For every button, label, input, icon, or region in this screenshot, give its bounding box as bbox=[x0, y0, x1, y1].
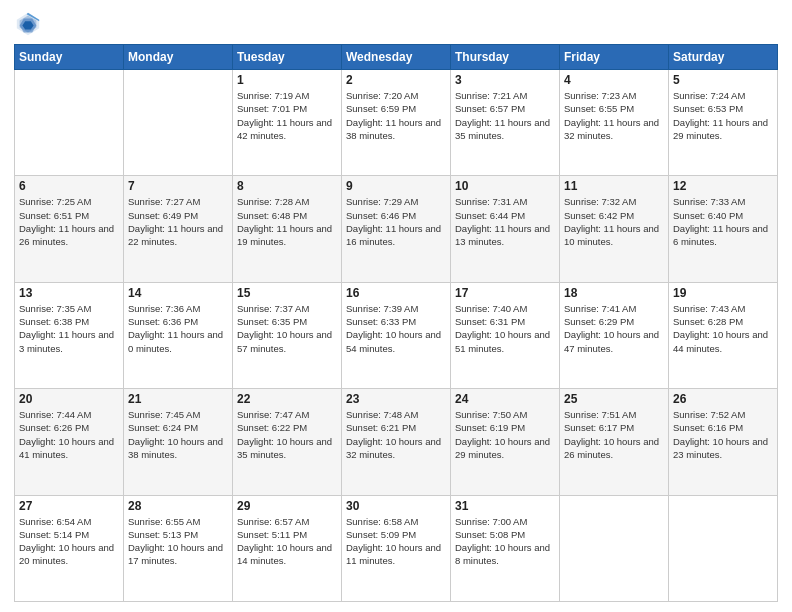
day-cell: 9Sunrise: 7:29 AM Sunset: 6:46 PM Daylig… bbox=[342, 176, 451, 282]
day-info: Sunrise: 7:43 AM Sunset: 6:28 PM Dayligh… bbox=[673, 302, 773, 355]
day-cell: 18Sunrise: 7:41 AM Sunset: 6:29 PM Dayli… bbox=[560, 282, 669, 388]
col-header-saturday: Saturday bbox=[669, 45, 778, 70]
day-number: 24 bbox=[455, 392, 555, 406]
day-info: Sunrise: 7:48 AM Sunset: 6:21 PM Dayligh… bbox=[346, 408, 446, 461]
day-cell: 12Sunrise: 7:33 AM Sunset: 6:40 PM Dayli… bbox=[669, 176, 778, 282]
day-info: Sunrise: 7:45 AM Sunset: 6:24 PM Dayligh… bbox=[128, 408, 228, 461]
day-number: 6 bbox=[19, 179, 119, 193]
day-number: 28 bbox=[128, 499, 228, 513]
day-info: Sunrise: 7:21 AM Sunset: 6:57 PM Dayligh… bbox=[455, 89, 555, 142]
col-header-tuesday: Tuesday bbox=[233, 45, 342, 70]
day-cell bbox=[560, 495, 669, 601]
day-cell: 1Sunrise: 7:19 AM Sunset: 7:01 PM Daylig… bbox=[233, 70, 342, 176]
day-cell: 16Sunrise: 7:39 AM Sunset: 6:33 PM Dayli… bbox=[342, 282, 451, 388]
week-row-4: 20Sunrise: 7:44 AM Sunset: 6:26 PM Dayli… bbox=[15, 389, 778, 495]
day-info: Sunrise: 7:35 AM Sunset: 6:38 PM Dayligh… bbox=[19, 302, 119, 355]
day-number: 29 bbox=[237, 499, 337, 513]
col-header-thursday: Thursday bbox=[451, 45, 560, 70]
day-cell: 4Sunrise: 7:23 AM Sunset: 6:55 PM Daylig… bbox=[560, 70, 669, 176]
day-cell bbox=[124, 70, 233, 176]
day-cell: 14Sunrise: 7:36 AM Sunset: 6:36 PM Dayli… bbox=[124, 282, 233, 388]
calendar-table: SundayMondayTuesdayWednesdayThursdayFrid… bbox=[14, 44, 778, 602]
day-info: Sunrise: 6:58 AM Sunset: 5:09 PM Dayligh… bbox=[346, 515, 446, 568]
day-info: Sunrise: 7:32 AM Sunset: 6:42 PM Dayligh… bbox=[564, 195, 664, 248]
day-number: 7 bbox=[128, 179, 228, 193]
day-cell: 21Sunrise: 7:45 AM Sunset: 6:24 PM Dayli… bbox=[124, 389, 233, 495]
logo-icon bbox=[14, 10, 42, 38]
week-row-3: 13Sunrise: 7:35 AM Sunset: 6:38 PM Dayli… bbox=[15, 282, 778, 388]
day-cell bbox=[669, 495, 778, 601]
header bbox=[14, 10, 778, 38]
col-header-wednesday: Wednesday bbox=[342, 45, 451, 70]
day-info: Sunrise: 6:54 AM Sunset: 5:14 PM Dayligh… bbox=[19, 515, 119, 568]
day-cell: 11Sunrise: 7:32 AM Sunset: 6:42 PM Dayli… bbox=[560, 176, 669, 282]
week-row-5: 27Sunrise: 6:54 AM Sunset: 5:14 PM Dayli… bbox=[15, 495, 778, 601]
week-row-2: 6Sunrise: 7:25 AM Sunset: 6:51 PM Daylig… bbox=[15, 176, 778, 282]
day-number: 5 bbox=[673, 73, 773, 87]
day-number: 9 bbox=[346, 179, 446, 193]
day-cell: 23Sunrise: 7:48 AM Sunset: 6:21 PM Dayli… bbox=[342, 389, 451, 495]
col-header-monday: Monday bbox=[124, 45, 233, 70]
day-info: Sunrise: 7:51 AM Sunset: 6:17 PM Dayligh… bbox=[564, 408, 664, 461]
day-cell: 2Sunrise: 7:20 AM Sunset: 6:59 PM Daylig… bbox=[342, 70, 451, 176]
day-number: 11 bbox=[564, 179, 664, 193]
day-info: Sunrise: 7:47 AM Sunset: 6:22 PM Dayligh… bbox=[237, 408, 337, 461]
day-number: 18 bbox=[564, 286, 664, 300]
day-number: 4 bbox=[564, 73, 664, 87]
day-number: 23 bbox=[346, 392, 446, 406]
day-number: 25 bbox=[564, 392, 664, 406]
day-info: Sunrise: 7:39 AM Sunset: 6:33 PM Dayligh… bbox=[346, 302, 446, 355]
day-number: 17 bbox=[455, 286, 555, 300]
day-info: Sunrise: 7:52 AM Sunset: 6:16 PM Dayligh… bbox=[673, 408, 773, 461]
day-cell: 25Sunrise: 7:51 AM Sunset: 6:17 PM Dayli… bbox=[560, 389, 669, 495]
day-cell: 3Sunrise: 7:21 AM Sunset: 6:57 PM Daylig… bbox=[451, 70, 560, 176]
day-cell: 28Sunrise: 6:55 AM Sunset: 5:13 PM Dayli… bbox=[124, 495, 233, 601]
day-cell: 30Sunrise: 6:58 AM Sunset: 5:09 PM Dayli… bbox=[342, 495, 451, 601]
day-info: Sunrise: 7:37 AM Sunset: 6:35 PM Dayligh… bbox=[237, 302, 337, 355]
day-cell: 10Sunrise: 7:31 AM Sunset: 6:44 PM Dayli… bbox=[451, 176, 560, 282]
week-row-1: 1Sunrise: 7:19 AM Sunset: 7:01 PM Daylig… bbox=[15, 70, 778, 176]
day-info: Sunrise: 7:40 AM Sunset: 6:31 PM Dayligh… bbox=[455, 302, 555, 355]
day-number: 2 bbox=[346, 73, 446, 87]
day-info: Sunrise: 7:27 AM Sunset: 6:49 PM Dayligh… bbox=[128, 195, 228, 248]
day-number: 3 bbox=[455, 73, 555, 87]
day-number: 10 bbox=[455, 179, 555, 193]
day-cell: 20Sunrise: 7:44 AM Sunset: 6:26 PM Dayli… bbox=[15, 389, 124, 495]
day-info: Sunrise: 7:20 AM Sunset: 6:59 PM Dayligh… bbox=[346, 89, 446, 142]
day-number: 20 bbox=[19, 392, 119, 406]
day-number: 1 bbox=[237, 73, 337, 87]
day-cell: 7Sunrise: 7:27 AM Sunset: 6:49 PM Daylig… bbox=[124, 176, 233, 282]
day-cell: 29Sunrise: 6:57 AM Sunset: 5:11 PM Dayli… bbox=[233, 495, 342, 601]
day-number: 19 bbox=[673, 286, 773, 300]
day-cell: 5Sunrise: 7:24 AM Sunset: 6:53 PM Daylig… bbox=[669, 70, 778, 176]
day-info: Sunrise: 7:36 AM Sunset: 6:36 PM Dayligh… bbox=[128, 302, 228, 355]
logo bbox=[14, 10, 46, 38]
day-cell: 27Sunrise: 6:54 AM Sunset: 5:14 PM Dayli… bbox=[15, 495, 124, 601]
day-info: Sunrise: 7:50 AM Sunset: 6:19 PM Dayligh… bbox=[455, 408, 555, 461]
day-cell: 22Sunrise: 7:47 AM Sunset: 6:22 PM Dayli… bbox=[233, 389, 342, 495]
day-info: Sunrise: 7:44 AM Sunset: 6:26 PM Dayligh… bbox=[19, 408, 119, 461]
day-cell: 26Sunrise: 7:52 AM Sunset: 6:16 PM Dayli… bbox=[669, 389, 778, 495]
day-number: 26 bbox=[673, 392, 773, 406]
day-cell: 24Sunrise: 7:50 AM Sunset: 6:19 PM Dayli… bbox=[451, 389, 560, 495]
day-number: 31 bbox=[455, 499, 555, 513]
day-number: 21 bbox=[128, 392, 228, 406]
day-info: Sunrise: 7:25 AM Sunset: 6:51 PM Dayligh… bbox=[19, 195, 119, 248]
day-cell: 13Sunrise: 7:35 AM Sunset: 6:38 PM Dayli… bbox=[15, 282, 124, 388]
day-number: 14 bbox=[128, 286, 228, 300]
day-info: Sunrise: 7:31 AM Sunset: 6:44 PM Dayligh… bbox=[455, 195, 555, 248]
day-cell bbox=[15, 70, 124, 176]
day-cell: 17Sunrise: 7:40 AM Sunset: 6:31 PM Dayli… bbox=[451, 282, 560, 388]
day-info: Sunrise: 7:24 AM Sunset: 6:53 PM Dayligh… bbox=[673, 89, 773, 142]
day-cell: 6Sunrise: 7:25 AM Sunset: 6:51 PM Daylig… bbox=[15, 176, 124, 282]
day-cell: 15Sunrise: 7:37 AM Sunset: 6:35 PM Dayli… bbox=[233, 282, 342, 388]
day-info: Sunrise: 7:41 AM Sunset: 6:29 PM Dayligh… bbox=[564, 302, 664, 355]
col-header-sunday: Sunday bbox=[15, 45, 124, 70]
day-info: Sunrise: 6:55 AM Sunset: 5:13 PM Dayligh… bbox=[128, 515, 228, 568]
day-info: Sunrise: 7:29 AM Sunset: 6:46 PM Dayligh… bbox=[346, 195, 446, 248]
day-number: 13 bbox=[19, 286, 119, 300]
day-number: 22 bbox=[237, 392, 337, 406]
day-number: 15 bbox=[237, 286, 337, 300]
day-cell: 19Sunrise: 7:43 AM Sunset: 6:28 PM Dayli… bbox=[669, 282, 778, 388]
page: SundayMondayTuesdayWednesdayThursdayFrid… bbox=[0, 0, 792, 612]
